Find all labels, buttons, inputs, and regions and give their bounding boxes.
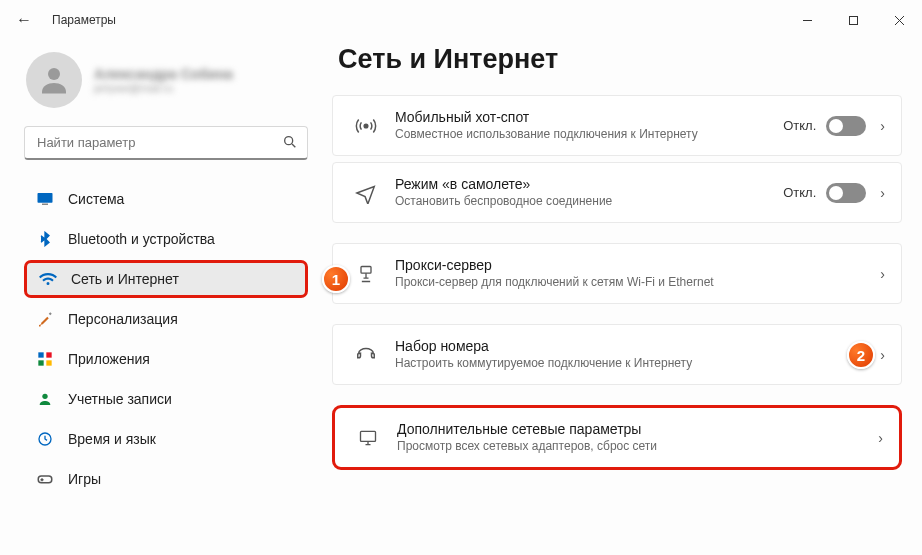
svg-point-16 <box>364 124 368 128</box>
sidebar-item-label: Игры <box>68 471 101 487</box>
search-input[interactable] <box>24 126 308 160</box>
svg-rect-7 <box>38 193 53 203</box>
chevron-right-icon: › <box>880 266 885 282</box>
sidebar: Александра Собина jertywe@mail.ru Систем… <box>0 40 320 555</box>
brush-icon <box>36 310 54 328</box>
sidebar-item-time-language[interactable]: Время и язык <box>24 420 308 458</box>
card-desc: Совместное использование подключения к И… <box>395 127 769 142</box>
sidebar-item-network[interactable]: Сеть и Интернет <box>24 260 308 298</box>
sidebar-item-label: Учетные записи <box>68 391 172 407</box>
svg-rect-8 <box>42 204 48 206</box>
page-title: Сеть и Интернет <box>338 44 902 75</box>
nav: Система Bluetooth и устройства Сеть и Ин… <box>24 180 308 498</box>
card-desc: Прокси-сервер для подключений к сетям Wi… <box>395 275 866 290</box>
svg-rect-9 <box>38 352 43 357</box>
card-dialup[interactable]: Набор номера Настроить коммутируемое под… <box>332 324 902 385</box>
display-icon <box>36 190 54 208</box>
chevron-right-icon: › <box>880 347 885 363</box>
sidebar-item-label: Приложения <box>68 351 150 367</box>
chevron-right-icon: › <box>878 430 883 446</box>
svg-point-4 <box>48 68 60 80</box>
apps-icon <box>36 350 54 368</box>
sidebar-item-label: Персонализация <box>68 311 178 327</box>
user-block[interactable]: Александра Собина jertywe@mail.ru <box>26 52 308 108</box>
phone-icon <box>351 344 381 366</box>
card-desc: Настроить коммутируемое подключение к Ин… <box>395 356 866 371</box>
maximize-button[interactable] <box>830 0 876 40</box>
gamepad-icon <box>36 470 54 488</box>
card-desc: Просмотр всех сетевых адаптеров, сброс с… <box>397 439 864 454</box>
svg-point-13 <box>42 394 47 399</box>
svg-rect-1 <box>849 16 857 24</box>
bluetooth-icon <box>36 230 54 248</box>
sidebar-item-label: Сеть и Интернет <box>71 271 179 287</box>
status-label: Откл. <box>783 185 816 200</box>
sidebar-item-system[interactable]: Система <box>24 180 308 218</box>
status-label: Откл. <box>783 118 816 133</box>
sidebar-item-label: Система <box>68 191 124 207</box>
clock-icon <box>36 430 54 448</box>
avatar <box>26 52 82 108</box>
airplane-icon <box>351 182 381 204</box>
proxy-icon <box>351 263 381 285</box>
sidebar-item-gaming[interactable]: Игры <box>24 460 308 498</box>
window-title: Параметры <box>52 13 116 27</box>
sidebar-item-accounts[interactable]: Учетные записи <box>24 380 308 418</box>
sidebar-item-bluetooth[interactable]: Bluetooth и устройства <box>24 220 308 258</box>
card-hotspot[interactable]: Мобильный хот-спот Совместное использова… <box>332 95 902 156</box>
svg-rect-17 <box>361 266 371 273</box>
svg-line-6 <box>292 144 295 147</box>
svg-rect-18 <box>361 431 376 441</box>
user-name: Александра Собина <box>94 66 233 82</box>
minimize-button[interactable] <box>784 0 830 40</box>
back-button[interactable]: ← <box>6 5 42 35</box>
card-airplane[interactable]: Режим «в самолете» Остановить беспроводн… <box>332 162 902 223</box>
card-title: Набор номера <box>395 338 866 354</box>
close-button[interactable] <box>876 0 922 40</box>
hotspot-icon <box>351 115 381 137</box>
chevron-right-icon: › <box>880 185 885 201</box>
svg-rect-11 <box>38 360 43 365</box>
card-title: Мобильный хот-спот <box>395 109 769 125</box>
card-desc: Остановить беспроводное соединение <box>395 194 769 209</box>
annotation-badge-2: 2 <box>847 341 875 369</box>
sidebar-item-label: Bluetooth и устройства <box>68 231 215 247</box>
toggle-hotspot[interactable] <box>826 116 866 136</box>
toggle-airplane[interactable] <box>826 183 866 203</box>
content: Сеть и Интернет Мобильный хот-спот Совме… <box>320 40 922 555</box>
user-email: jertywe@mail.ru <box>94 82 233 94</box>
search-icon <box>282 134 298 154</box>
card-title: Прокси-сервер <box>395 257 866 273</box>
sidebar-item-personalization[interactable]: Персонализация <box>24 300 308 338</box>
sidebar-item-label: Время и язык <box>68 431 156 447</box>
svg-rect-15 <box>38 476 52 483</box>
chevron-right-icon: › <box>880 118 885 134</box>
card-advanced-network[interactable]: Дополнительные сетевые параметры Просмот… <box>332 405 902 470</box>
svg-rect-10 <box>46 352 51 357</box>
person-icon <box>36 390 54 408</box>
sidebar-item-apps[interactable]: Приложения <box>24 340 308 378</box>
svg-point-5 <box>285 137 293 145</box>
annotation-badge-1: 1 <box>322 265 350 293</box>
card-proxy[interactable]: Прокси-сервер Прокси-сервер для подключе… <box>332 243 902 304</box>
monitor-icon <box>353 428 383 448</box>
svg-rect-12 <box>46 360 51 365</box>
wifi-icon <box>39 270 57 288</box>
card-title: Режим «в самолете» <box>395 176 769 192</box>
card-title: Дополнительные сетевые параметры <box>397 421 864 437</box>
